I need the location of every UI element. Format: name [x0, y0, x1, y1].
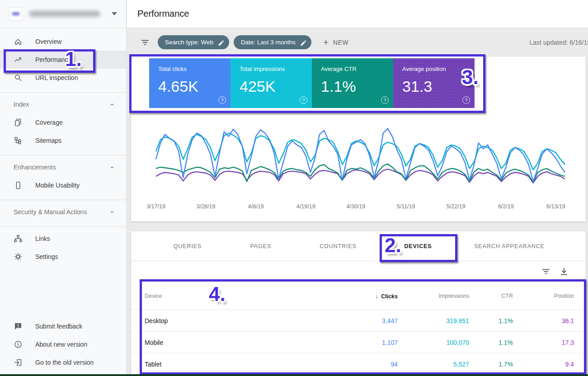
- plus-icon: +: [323, 37, 329, 48]
- sidebar-item-about-new-version[interactable]: About new version: [0, 335, 126, 353]
- x-axis-tick-label: 3/28/19: [197, 203, 216, 210]
- tab-devices[interactable]: DEVICES: [382, 231, 454, 261]
- sort-descending-icon: ↓: [375, 292, 378, 300]
- sidebar-item-mobile-usability[interactable]: Mobile Usability: [0, 176, 126, 194]
- sidebar-section-enhancements[interactable]: Enhancements: [0, 158, 126, 176]
- sidebar-section-index[interactable]: Index: [0, 95, 126, 113]
- date-range-filter-pill[interactable]: Date: Last 3 months: [234, 35, 311, 49]
- filters-toolbar: Search type: Web Date: Last 3 months + N…: [127, 28, 588, 56]
- help-icon[interactable]: ?: [462, 96, 470, 104]
- coverage-pages-icon: [14, 118, 23, 127]
- table-row-tablet[interactable]: Tablet 94 5,527 1.7% 9.4: [131, 353, 586, 375]
- sidebar-item-label: URL inspection: [35, 74, 78, 81]
- table-row-mobile[interactable]: Mobile 1,107 100,070 1.1% 17.3: [131, 332, 586, 353]
- sitemap-icon: [14, 136, 23, 145]
- search-icon: [14, 73, 23, 82]
- x-axis-tick-label: 6/2/19: [498, 203, 514, 210]
- sidebar-item-label: Submit feedback: [35, 323, 82, 330]
- dimension-tabs: QUERIES PAGES COUNTRIES DEVICES SEARCH A…: [131, 231, 586, 261]
- metric-value: 4.65K: [158, 78, 230, 95]
- section-header-label: Enhancements: [14, 164, 56, 171]
- impressions-cell: 100,070: [398, 339, 469, 346]
- device-cell: Mobile: [145, 339, 330, 346]
- table-filter-button[interactable]: [537, 263, 555, 280]
- clicks-cell: 94: [330, 361, 398, 368]
- sidebar-item-overview[interactable]: Overview: [0, 33, 126, 51]
- sidebar-item-label: Overview: [35, 38, 61, 45]
- impressions-cell: 319,851: [398, 317, 469, 324]
- active-tab-underline: [380, 260, 457, 261]
- chevron-down-icon: [112, 12, 117, 15]
- chevron-up-icon: [109, 164, 115, 170]
- site-selector-dropdown[interactable]: [0, 0, 126, 28]
- section-header-label: Index: [14, 101, 29, 108]
- tab-queries[interactable]: QUERIES: [151, 231, 224, 261]
- position-cell: 17.3: [513, 339, 574, 346]
- sidebar-item-go-to-old-version[interactable]: Go to the old version: [0, 353, 126, 371]
- column-header-device[interactable]: Device: [145, 293, 330, 299]
- download-icon: [560, 267, 569, 276]
- tab-countries[interactable]: COUNTRIES: [302, 231, 374, 261]
- google-search-console-screen: Overview Performance URL inspection Inde…: [0, 0, 588, 376]
- position-cell: 9.4: [513, 361, 574, 368]
- home-icon: [14, 37, 23, 46]
- metric-value: 31.3: [402, 78, 475, 95]
- x-axis-tick-label: 5/11/19: [397, 203, 415, 210]
- metric-tile-total-impressions[interactable]: Total impressions 425K ?: [230, 58, 312, 108]
- x-axis-tick-label: 5/22/19: [447, 203, 466, 210]
- sidebar-item-submit-feedback[interactable]: Submit feedback: [0, 317, 126, 335]
- x-axis-tick-label: 4/30/19: [347, 203, 366, 210]
- sidebar-item-coverage[interactable]: Coverage: [0, 113, 126, 132]
- sidebar-item-label: About new version: [35, 341, 87, 348]
- date-range-filter-label: Date: Last 3 months: [241, 39, 296, 46]
- edit-pencil-icon: [300, 39, 306, 46]
- sidebar-item-settings[interactable]: Settings: [0, 248, 126, 266]
- gear-icon: [14, 252, 23, 261]
- sidebar-item-label: Coverage: [35, 119, 63, 126]
- site-domain-redacted: [29, 11, 100, 17]
- performance-line-chart[interactable]: 3/17/193/28/194/8/194/19/194/30/195/11/1…: [131, 120, 586, 217]
- divider: [0, 200, 126, 200]
- sidebar-item-url-inspection[interactable]: URL inspection: [0, 69, 126, 87]
- table-toolbar: [131, 261, 586, 282]
- metric-value: 425K: [240, 78, 312, 95]
- sidebar-item-links[interactable]: Links: [0, 230, 126, 248]
- x-axis-tick-label: 4/8/19: [248, 203, 264, 210]
- metric-tile-average-ctr[interactable]: Average CTR 1.1% ?: [312, 58, 393, 108]
- sidebar: Overview Performance URL inspection Inde…: [0, 0, 127, 376]
- metric-tile-average-position[interactable]: Average position 31.3 ?: [393, 58, 475, 108]
- metric-tile-total-clicks[interactable]: Total clicks 4.65K ?: [149, 58, 230, 108]
- export-download-button[interactable]: [555, 263, 573, 280]
- tab-pages[interactable]: PAGES: [225, 231, 297, 261]
- table-row-desktop[interactable]: Desktop 3,447 319,851 1.1% 36.1: [131, 310, 586, 332]
- column-header-clicks[interactable]: ↓Clicks: [330, 292, 398, 300]
- ctr-cell: 1.1%: [469, 339, 513, 346]
- help-icon[interactable]: ?: [300, 96, 307, 104]
- site-favicon: [9, 7, 23, 21]
- tab-search-appearance[interactable]: SEARCH APPEARANCE: [464, 231, 555, 261]
- filter-list-button[interactable]: [137, 34, 153, 51]
- sidebar-item-label: Performance: [35, 56, 71, 63]
- sidebar-item-performance[interactable]: Performance: [0, 51, 126, 69]
- filter-list-icon: [141, 38, 150, 47]
- sidebar-item-label: Links: [35, 235, 50, 242]
- performance-chart-card: Total clicks 4.65K ? Total impressions 4…: [131, 56, 586, 221]
- column-header-position[interactable]: Position: [513, 293, 574, 299]
- edit-pencil-icon: [217, 39, 224, 46]
- ctr-cell: 1.7%: [469, 361, 513, 368]
- new-filter-button[interactable]: + NEW: [323, 37, 348, 48]
- divider: [0, 155, 126, 155]
- sidebar-item-sitemaps[interactable]: Sitemaps: [0, 132, 126, 150]
- search-type-filter-pill[interactable]: Search type: Web: [158, 35, 229, 49]
- sidebar-section-security-manual-actions[interactable]: Security & Manual Actions: [0, 203, 126, 221]
- clicks-cell: 3,447: [330, 317, 398, 324]
- exit-to-app-icon: [14, 358, 23, 367]
- column-header-impressions[interactable]: Impressions: [398, 293, 469, 299]
- device-cell: Tablet: [145, 361, 330, 368]
- column-header-ctr[interactable]: CTR: [469, 293, 513, 299]
- chevron-down-icon: [109, 209, 115, 215]
- links-tree-icon: [14, 234, 23, 243]
- info-icon: [14, 340, 23, 349]
- help-icon[interactable]: ?: [381, 96, 389, 104]
- help-icon[interactable]: ?: [218, 96, 226, 104]
